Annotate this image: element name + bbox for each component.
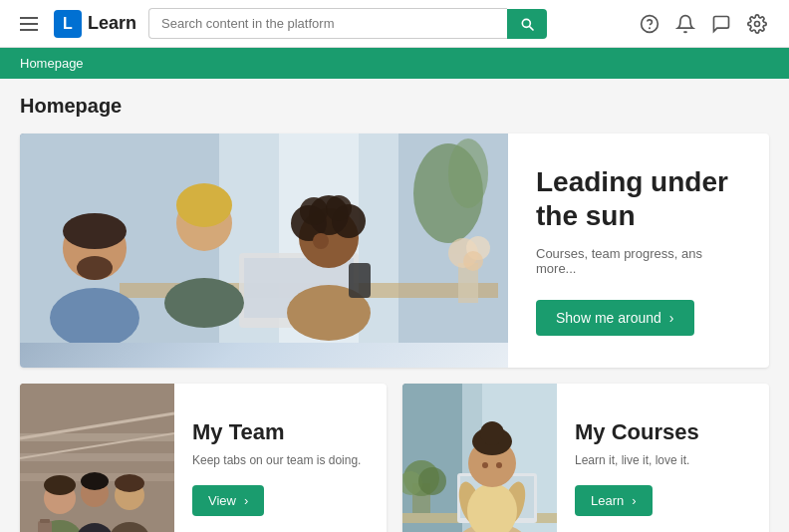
hamburger-menu-icon[interactable] <box>16 13 42 35</box>
team-card: My Team Keep tabs on our team is doing. … <box>20 384 387 532</box>
svg-point-15 <box>164 278 244 328</box>
svg-point-25 <box>313 233 329 249</box>
hero-btn-arrow-icon: › <box>669 310 674 326</box>
svg-point-64 <box>480 421 504 445</box>
app-name: Learn <box>88 13 136 34</box>
search-input[interactable] <box>148 8 507 39</box>
breadcrumb: Homepage <box>0 48 789 79</box>
svg-point-45 <box>115 474 144 492</box>
svg-rect-47 <box>40 519 50 523</box>
svg-point-2 <box>755 21 760 26</box>
search-button[interactable] <box>507 9 547 39</box>
team-card-content: My Team Keep tabs on our team is doing. … <box>174 384 379 532</box>
svg-point-66 <box>496 462 502 468</box>
hero-content: Leading under the sun Courses, team prog… <box>508 133 769 368</box>
header-icon-group <box>634 8 773 40</box>
settings-icon[interactable] <box>741 8 773 40</box>
hero-image <box>20 133 508 368</box>
hero-title: Leading under the sun <box>536 165 741 232</box>
svg-point-17 <box>176 183 232 227</box>
svg-point-39 <box>44 475 76 495</box>
team-btn-arrow-icon: › <box>244 493 248 508</box>
svg-point-23 <box>300 197 328 225</box>
svg-point-65 <box>482 462 488 468</box>
team-card-image <box>20 384 174 532</box>
logo-link[interactable]: L Learn <box>54 10 136 38</box>
svg-point-24 <box>326 195 352 221</box>
courses-card-content: My Courses Learn it, live it, love it. L… <box>557 384 717 532</box>
svg-point-57 <box>418 467 446 495</box>
team-card-desc: Keep tabs on our team is doing. <box>192 453 361 467</box>
page-title: Homepage <box>20 95 769 118</box>
courses-card-title: My Courses <box>575 419 699 445</box>
hero-card: Leading under the sun Courses, team prog… <box>20 133 769 368</box>
svg-point-30 <box>463 251 483 271</box>
svg-rect-26 <box>349 263 371 298</box>
logo-icon: L <box>54 10 82 38</box>
courses-btn-arrow-icon: › <box>632 493 636 508</box>
messages-icon[interactable] <box>705 8 737 40</box>
bottom-cards: My Team Keep tabs on our team is doing. … <box>20 384 769 532</box>
search-bar <box>148 8 547 39</box>
svg-point-13 <box>63 213 127 249</box>
learn-courses-button[interactable]: Learn › <box>575 485 653 516</box>
notifications-icon[interactable] <box>669 8 701 40</box>
team-card-title: My Team <box>192 419 361 445</box>
header: L Learn <box>0 0 789 48</box>
show-me-around-button[interactable]: Show me around › <box>536 300 694 336</box>
courses-card: My Courses Learn it, live it, love it. L… <box>402 384 769 532</box>
main-content: Homepage <box>0 79 789 532</box>
svg-point-42 <box>81 472 109 490</box>
view-team-button[interactable]: View › <box>192 485 264 516</box>
help-icon[interactable] <box>634 8 665 40</box>
courses-card-desc: Learn it, live it, love it. <box>575 453 699 467</box>
courses-card-image <box>402 384 557 532</box>
svg-point-7 <box>448 138 488 208</box>
hero-subtitle: Courses, team progress, ans more... <box>536 246 741 276</box>
svg-point-14 <box>77 256 113 280</box>
